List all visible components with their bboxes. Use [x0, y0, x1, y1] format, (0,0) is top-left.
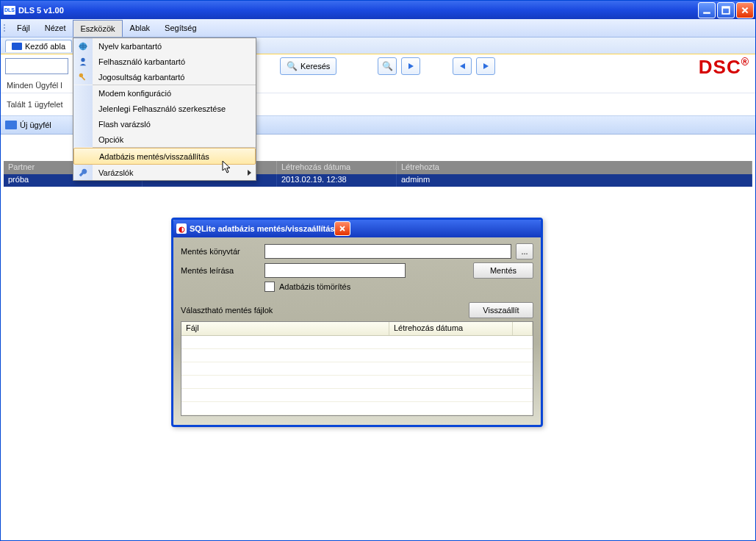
- dd-item-jogosultsag[interactable]: Jogosultság karbantartó: [73, 69, 256, 85]
- user-icon: [77, 57, 89, 67]
- new-client-button[interactable]: Új ügyfél: [20, 121, 51, 129]
- tab-icon: [12, 43, 22, 50]
- col-created-by[interactable]: Létrehozta: [397, 161, 752, 174]
- titlebar: DLS DLS 5 v1.00: [1, 1, 755, 19]
- zoom-button[interactable]: 🔍: [378, 57, 397, 75]
- menu-fajl[interactable]: Fájl: [10, 19, 37, 37]
- dd-item-flash[interactable]: Flash varázsló: [73, 116, 256, 132]
- window-title: DLS 5 v1.00: [18, 6, 64, 15]
- menu-nezet[interactable]: Nézet: [37, 19, 73, 37]
- save-button[interactable]: Mentés: [473, 262, 533, 279]
- grid-empty-row[interactable]: [181, 389, 533, 402]
- search-icon: 🔍: [287, 61, 298, 71]
- minimize-button[interactable]: [698, 2, 716, 18]
- dialog-icon: ◐: [176, 223, 187, 234]
- tab-label: Kezdő abla: [25, 42, 65, 51]
- nav-back-button[interactable]: [453, 57, 472, 75]
- menu-ablak[interactable]: Ablak: [123, 19, 158, 37]
- dialog-titlebar: ◐ SQLite adatbázis mentés/visszaállítás: [173, 220, 541, 237]
- dd-item-wizards[interactable]: Varázslók: [73, 165, 256, 180]
- backup-desc-label: Mentés leírása: [181, 266, 260, 275]
- dd-item-nyelv[interactable]: Nyelv karbantartó: [73, 38, 256, 54]
- grid-empty-row[interactable]: [181, 336, 533, 349]
- restore-button[interactable]: Visszaállít: [469, 302, 533, 318]
- nav-next-button[interactable]: [401, 57, 420, 75]
- backup-restore-dialog: ◐ SQLite adatbázis mentés/visszaállítás …: [171, 218, 543, 427]
- search-button[interactable]: 🔍 Keresés: [280, 57, 336, 75]
- backup-desc-input[interactable]: [264, 263, 406, 278]
- folder-icon: [5, 121, 17, 129]
- svg-rect-7: [81, 76, 85, 80]
- dialog-close-button[interactable]: [334, 221, 350, 236]
- col-file-date[interactable]: Létrehozás dátuma: [389, 322, 513, 335]
- svg-rect-2: [722, 7, 730, 8]
- dd-item-options[interactable]: Opciók: [73, 132, 256, 147]
- menubar: Fájl Nézet Eszközök Ablak Segítség: [1, 19, 755, 37]
- arrow-right-icon: [483, 63, 489, 69]
- arrow-left-icon: [460, 63, 465, 69]
- nav-forward-button[interactable]: [476, 57, 495, 75]
- browse-button[interactable]: ...: [516, 243, 533, 259]
- wrench-icon: [77, 168, 89, 178]
- menu-segitseg[interactable]: Segítség: [157, 19, 204, 37]
- dd-item-modem[interactable]: Modem konfiguráció: [73, 85, 256, 101]
- toolbar-grip-icon: [4, 19, 8, 37]
- menu-eszkozok[interactable]: Eszközök: [73, 20, 122, 37]
- tools-dropdown: Nyelv karbantartó Felhasználó karbantart…: [73, 37, 256, 181]
- search-input-left[interactable]: [5, 58, 68, 74]
- maximize-button[interactable]: [717, 2, 735, 18]
- dialog-title: SQLite adatbázis mentés/visszaállítás: [190, 224, 334, 233]
- svg-point-5: [81, 57, 84, 61]
- compress-checkbox[interactable]: [264, 282, 275, 292]
- svg-rect-0: [703, 12, 710, 13]
- dd-item-current-user[interactable]: Jelenlegi Felhasználó szerkesztése: [73, 101, 256, 116]
- brand-logo: DSC®: [699, 56, 749, 79]
- grid-empty-row[interactable]: [181, 362, 533, 376]
- col-spacer: [513, 322, 533, 335]
- col-file[interactable]: Fájl: [181, 322, 389, 335]
- compress-label: Adatbázis tömörítés: [279, 282, 350, 291]
- grid-empty-row[interactable]: [181, 376, 533, 389]
- submenu-arrow-icon: [248, 170, 251, 176]
- backup-dir-label: Mentés könyvtár: [181, 247, 260, 256]
- magnifier-icon: 🔍: [382, 61, 393, 71]
- backup-files-grid: Fájl Létrehozás dátuma: [181, 321, 533, 416]
- search-button-label: Keresés: [300, 62, 330, 71]
- dd-item-db-backup-restore[interactable]: Adatbázis mentés/visszaállítás: [73, 148, 256, 165]
- grid-empty-row[interactable]: [181, 349, 533, 362]
- dd-item-felhasznalo[interactable]: Felhasználó karbantartó: [73, 54, 256, 69]
- tab-kezdo[interactable]: Kezdő abla: [5, 40, 72, 52]
- cell-created-date: 2013.02.19. 12:38: [277, 174, 397, 187]
- col-created-date[interactable]: Létrehozás dátuma: [277, 161, 397, 174]
- globe-icon: [77, 41, 89, 51]
- app-icon: DLS: [4, 6, 15, 15]
- available-files-label: Választható mentés fájlok: [181, 306, 273, 315]
- arrow-right-icon: [408, 63, 414, 69]
- backup-dir-input[interactable]: [264, 244, 511, 259]
- key-icon: [77, 72, 89, 82]
- grid-empty-row[interactable]: [181, 402, 533, 415]
- cell-created-by: adminm: [397, 174, 752, 187]
- main-window: DLS DLS 5 v1.00 Fájl Nézet Eszközök Abla…: [0, 0, 756, 541]
- close-button[interactable]: [736, 2, 754, 18]
